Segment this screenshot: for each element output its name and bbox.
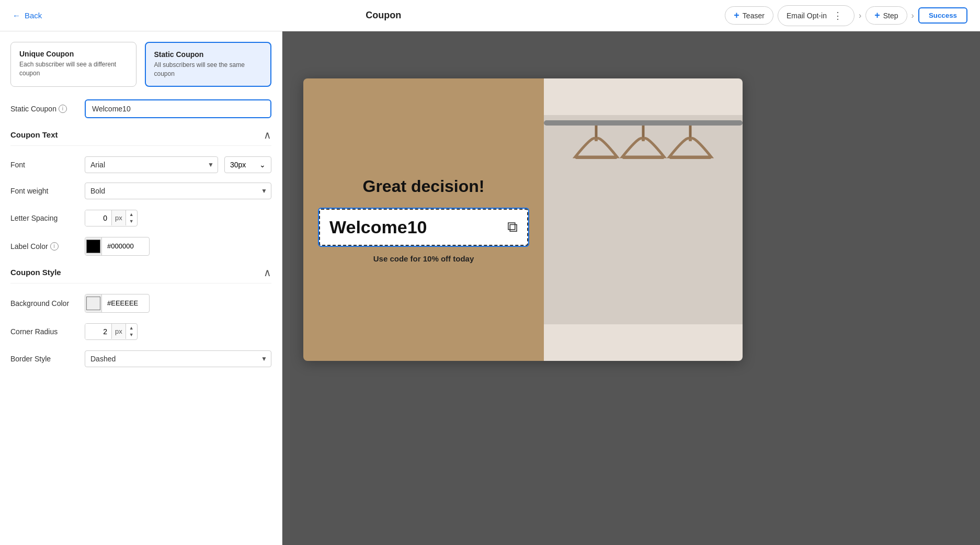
font-weight-field-row: Font weight Normal Bold Bolder Lighter ▼ [10, 183, 271, 199]
static-coupon-title: Static Coupon [154, 50, 263, 59]
arrow-icon-2: › [911, 11, 914, 20]
arrow-icon-1: › [859, 11, 861, 20]
page-title: Coupon [366, 10, 401, 21]
background-color-label: Background Color [10, 299, 78, 308]
svg-rect-2 [575, 157, 617, 159]
email-optin-label: Email Opt-in [787, 12, 827, 20]
nav-steps: + Teaser Email Opt-in ⋮ › + Step › Succe… [725, 5, 967, 26]
border-style-field-row: Border Style None Solid Dashed Dotted ▼ [10, 350, 271, 367]
letter-spacing-input-wrap: px ▲ ▼ [85, 210, 138, 226]
step-button[interactable]: + Step [865, 6, 907, 25]
coupon-text-title: Coupon Text [10, 130, 58, 139]
font-weight-select-wrapper: Normal Bold Bolder Lighter ▼ [85, 183, 271, 199]
coupon-style-title: Coupon Style [10, 268, 61, 277]
letter-spacing-spinner: ▲ ▼ [126, 211, 137, 225]
corner-radius-down-btn[interactable]: ▼ [126, 332, 137, 338]
font-size-chevron-icon: ⌄ [259, 161, 266, 169]
svg-rect-4 [622, 157, 664, 159]
back-label: Back [25, 11, 42, 20]
letter-spacing-unit: px [111, 210, 126, 225]
corner-radius-label: Corner Radius [10, 327, 78, 336]
border-style-label: Border Style [10, 355, 78, 363]
corner-radius-input-wrap: px ▲ ▼ [85, 323, 138, 340]
unique-coupon-desc: Each subscriber will see a different cou… [19, 60, 128, 78]
left-panel: Unique Coupon Each subscriber will see a… [0, 31, 282, 545]
corner-radius-up-btn[interactable]: ▲ [126, 325, 137, 332]
coupon-box[interactable]: Welcome10 ⧉ [319, 209, 528, 246]
label-color-field-row: Label Color i [10, 237, 271, 256]
svg-rect-0 [544, 115, 743, 324]
back-button[interactable]: ← Back [13, 11, 42, 20]
top-nav: ← Back Coupon + Teaser Email Opt-in ⋮ › … [0, 0, 980, 31]
popup-headline: Great decision! [363, 177, 485, 196]
static-coupon-desc: All subscribers will see the same coupon [154, 61, 263, 78]
hanger-graphic [544, 115, 743, 324]
static-coupon-field-row: Static Coupon i [10, 99, 271, 118]
corner-radius-unit: px [111, 324, 126, 339]
coupon-type-row: Unique Coupon Each subscriber will see a… [10, 42, 271, 87]
coupon-code-text: Welcome10 [329, 217, 427, 237]
corner-radius-input[interactable] [85, 324, 111, 339]
popup-subtitle: Use code for 10% off today [373, 254, 474, 263]
font-size-value: 30px [230, 161, 246, 169]
background-color-input-wrap [85, 294, 150, 313]
letter-spacing-input[interactable] [85, 210, 111, 226]
static-coupon-input[interactable] [85, 99, 271, 118]
popup-left: Great decision! Welcome10 ⧉ Use code for… [303, 78, 544, 361]
step-label: Step [883, 12, 898, 20]
corner-radius-field-row: Corner Radius px ▲ ▼ [10, 323, 271, 340]
border-style-select-wrapper: None Solid Dashed Dotted ▼ [85, 350, 271, 367]
step-plus-icon: + [874, 10, 880, 21]
font-select-wrapper: Arial Helvetica Georgia Times New Roman … [85, 156, 218, 173]
label-color-swatch[interactable] [85, 237, 102, 255]
static-coupon-info-icon[interactable]: i [59, 105, 67, 113]
font-field-row: Font Arial Helvetica Georgia Times New R… [10, 156, 271, 173]
coupon-style-collapse-btn[interactable]: ∧ [264, 266, 271, 279]
teaser-step-button[interactable]: + Teaser [725, 6, 773, 25]
email-optin-step-button[interactable]: Email Opt-in ⋮ [778, 5, 854, 26]
font-weight-label: Font weight [10, 187, 78, 195]
preview-container: Great decision! Welcome10 ⧉ Use code for… [282, 31, 980, 545]
label-color-hex-input[interactable] [102, 239, 149, 254]
popup-right [544, 78, 743, 361]
font-size-select[interactable]: 30px ⌄ [224, 156, 271, 173]
letter-spacing-label: Letter Spacing [10, 214, 78, 222]
unique-coupon-title: Unique Coupon [19, 50, 128, 58]
background-color-hex-input[interactable] [102, 296, 149, 311]
static-coupon-card[interactable]: Static Coupon All subscribers will see t… [145, 42, 272, 87]
right-panel: Great decision! Welcome10 ⧉ Use code for… [282, 31, 980, 545]
copy-icon[interactable]: ⧉ [507, 219, 518, 236]
letter-spacing-down-btn[interactable]: ▼ [126, 218, 137, 225]
font-weight-select[interactable]: Normal Bold Bolder Lighter [85, 183, 271, 199]
teaser-plus-icon: + [734, 10, 739, 21]
teaser-label: Teaser [743, 12, 765, 20]
letter-spacing-field-row: Letter Spacing px ▲ ▼ [10, 210, 271, 226]
letter-spacing-up-btn[interactable]: ▲ [126, 211, 137, 218]
back-arrow-icon: ← [13, 11, 20, 20]
coupon-style-section-header: Coupon Style ∧ [10, 266, 271, 283]
label-color-label: Label Color i [10, 242, 78, 251]
svg-rect-7 [544, 120, 743, 126]
background-color-field-row: Background Color [10, 294, 271, 313]
font-label: Font [10, 161, 78, 169]
more-options-icon[interactable]: ⋮ [830, 9, 846, 22]
static-coupon-label: Static Coupon i [10, 105, 78, 113]
svg-rect-6 [669, 157, 711, 159]
label-color-input-wrap [85, 237, 150, 256]
background-color-swatch[interactable] [85, 294, 102, 312]
label-color-info-icon[interactable]: i [50, 242, 59, 251]
popup-preview: Great decision! Welcome10 ⧉ Use code for… [303, 78, 743, 361]
success-label: Success [929, 12, 957, 19]
border-style-select[interactable]: None Solid Dashed Dotted [85, 350, 271, 367]
unique-coupon-card[interactable]: Unique Coupon Each subscriber will see a… [10, 42, 136, 87]
font-select[interactable]: Arial Helvetica Georgia Times New Roman … [85, 156, 218, 173]
main-layout: Unique Coupon Each subscriber will see a… [0, 31, 980, 545]
coupon-text-section-header: Coupon Text ∧ [10, 129, 271, 146]
coupon-text-collapse-btn[interactable]: ∧ [264, 129, 271, 141]
corner-radius-spinner: ▲ ▼ [126, 325, 137, 338]
success-button[interactable]: Success [918, 7, 967, 24]
